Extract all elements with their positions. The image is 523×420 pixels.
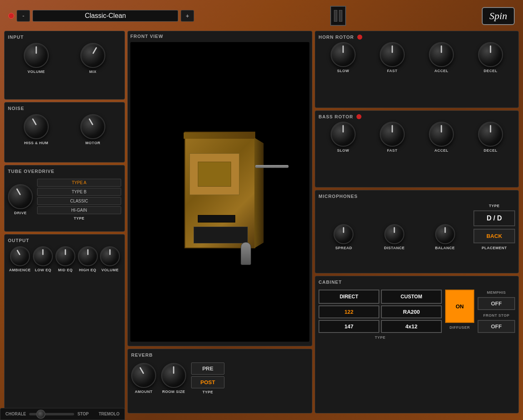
- low-eq-label: LOW EQ: [35, 268, 52, 272]
- chorale-slider[interactable]: [29, 413, 74, 415]
- volume-label: VOLUME: [27, 70, 45, 74]
- cabinet-value-122[interactable]: 122: [319, 305, 379, 318]
- microphones-panel: MICROPHONES SPREAD DISTANCE: [315, 190, 519, 273]
- memphis-off-button[interactable]: OFF: [478, 297, 515, 310]
- overdrive-type-buttons: TYPE A TYPE B CLASSIC HI-GAIN: [37, 179, 121, 214]
- cabinet-value-ra200[interactable]: RA200: [381, 305, 442, 318]
- nav-minus-button[interactable]: -: [17, 10, 30, 22]
- cabinet-body: [184, 132, 255, 248]
- cabinet-header-buttons: DIRECT CUSTOM: [319, 290, 442, 304]
- distance-label: DISTANCE: [384, 246, 404, 250]
- high-eq-knob[interactable]: [78, 246, 98, 266]
- cabinet-direct-button[interactable]: DIRECT: [319, 290, 379, 304]
- cabinet-values-row2: 147 4x12: [319, 320, 442, 333]
- bass-decel-label: DECEL: [483, 148, 497, 152]
- noise-knobs-row: HISS & HUM MOTOR: [8, 114, 121, 145]
- horn-decel-knob[interactable]: [478, 42, 503, 67]
- bass-accel-label: ACCEL: [434, 148, 448, 152]
- bass-fast-knob-container: FAST: [380, 122, 405, 152]
- output-volume-knob[interactable]: [100, 246, 120, 266]
- balance-knob[interactable]: [435, 224, 455, 244]
- cabinet-value-4x12[interactable]: 4x12: [381, 320, 442, 333]
- volume-knob[interactable]: [24, 43, 49, 68]
- pause-bar-left: [334, 10, 337, 22]
- output-volume-label: VOLUME: [101, 268, 119, 272]
- mid-eq-knob-container: MID EQ: [55, 246, 75, 272]
- distance-knob[interactable]: [384, 224, 404, 244]
- cabinet-value-147[interactable]: 147: [319, 320, 379, 333]
- low-eq-knob[interactable]: [33, 246, 53, 266]
- hi-gain-button[interactable]: HI-GAIN: [37, 206, 121, 214]
- bass-rotor-panel: BASS ROTOR SLOW FAST ACCEL: [315, 110, 519, 188]
- mix-label: MIX: [89, 70, 97, 74]
- high-eq-knob-container: HIGH EQ: [78, 246, 98, 272]
- horn-fast-knob-container: FAST: [380, 42, 405, 73]
- cabinet-side: [254, 138, 264, 248]
- mic-back-button[interactable]: BACK: [473, 229, 515, 243]
- microphones-knobs: SPREAD DISTANCE BALANCE: [319, 204, 470, 250]
- bass-decel-knob[interactable]: [478, 122, 503, 147]
- input-label: INPUT: [8, 35, 121, 40]
- output-panel: OUTPUT AMBIENCE LOW EQ MID EQ: [4, 234, 125, 413]
- main-content: INPUT VOLUME MIX NOISE: [4, 31, 519, 413]
- horn-slow-label: SLOW: [337, 69, 349, 73]
- bass-rotor-knobs: SLOW FAST ACCEL DECEL: [319, 122, 515, 152]
- cabinet-slot: [198, 215, 235, 222]
- power-indicator: [8, 13, 14, 19]
- horn-fast-knob[interactable]: [380, 42, 405, 67]
- bass-fast-knob[interactable]: [380, 122, 405, 147]
- spread-knob[interactable]: [334, 224, 354, 244]
- bass-accel-knob[interactable]: [429, 122, 454, 147]
- cabinet-type-section: DIRECT CUSTOM 122 RA200 147 4x12 TYPE: [319, 290, 442, 340]
- stop-label: STOP: [77, 412, 89, 416]
- top-bar: - Classic-Clean + Spin: [4, 4, 519, 28]
- front-view-display: [130, 42, 309, 342]
- mic-type-display: D / D: [473, 210, 515, 226]
- pause-button[interactable]: [330, 6, 346, 26]
- spread-knob-container: SPREAD: [334, 224, 354, 250]
- diffuser-on-button[interactable]: ON: [445, 290, 474, 323]
- reverb-room-size-knob[interactable]: [161, 363, 186, 388]
- type-a-button[interactable]: TYPE A: [37, 179, 121, 187]
- mix-knob[interactable]: [80, 43, 105, 68]
- type-b-button[interactable]: TYPE B: [37, 188, 121, 196]
- cabinet-top: [184, 132, 254, 139]
- ambience-knob[interactable]: [10, 246, 30, 266]
- mid-eq-knob[interactable]: [55, 246, 75, 266]
- tremolo-label: TREMOLO: [99, 412, 120, 416]
- bass-accel-knob-container: ACCEL: [429, 122, 454, 152]
- horn-decel-knob-container: DECEL: [478, 42, 503, 73]
- chorale-label: CHORALE: [5, 412, 26, 416]
- drive-knob[interactable]: [8, 184, 33, 209]
- low-eq-knob-container: LOW EQ: [33, 246, 53, 272]
- motor-knob[interactable]: [80, 114, 105, 139]
- classic-button[interactable]: CLASSIC: [37, 197, 121, 205]
- noise-panel: NOISE HISS & HUM MOTOR: [4, 102, 125, 162]
- bass-slow-label: SLOW: [337, 148, 349, 152]
- wood-background: - Classic-Clean + Spin INPUT VOLUME: [0, 0, 523, 420]
- hiss-hum-knob[interactable]: [24, 114, 49, 139]
- post-button[interactable]: POST: [191, 376, 224, 388]
- cabinet-custom-button[interactable]: CUSTOM: [381, 290, 442, 304]
- horn-rotor-header: HORN ROTOR: [319, 35, 515, 40]
- horn-slow-knob-container: SLOW: [331, 42, 356, 73]
- mid-eq-label: MID EQ: [58, 268, 72, 272]
- cabinet-front-panel: [189, 153, 239, 195]
- spin-logo: Spin: [482, 7, 515, 25]
- high-eq-label: HIGH EQ: [79, 268, 97, 272]
- front-stop-off-button[interactable]: OFF: [478, 320, 515, 333]
- reverb-amount-knob[interactable]: [131, 363, 156, 388]
- chorale-slider-thumb[interactable]: [36, 410, 45, 419]
- pre-button[interactable]: PRE: [191, 362, 224, 375]
- front-view-label: FRONT VIEW: [130, 34, 309, 39]
- cabinet-3d-render: [176, 132, 264, 252]
- output-label: OUTPUT: [8, 238, 121, 243]
- horn-rotor-indicator: [357, 35, 362, 40]
- cabinet-values-row1: 122 RA200: [319, 305, 442, 318]
- horn-accel-knob[interactable]: [429, 42, 454, 67]
- reverb-type-label: TYPE: [202, 390, 213, 394]
- bass-slow-knob[interactable]: [331, 122, 356, 147]
- nav-plus-button[interactable]: +: [181, 10, 194, 22]
- horn-slow-knob[interactable]: [331, 42, 356, 67]
- microphone-type-section: TYPE D / D BACK PLACEMENT: [473, 204, 515, 250]
